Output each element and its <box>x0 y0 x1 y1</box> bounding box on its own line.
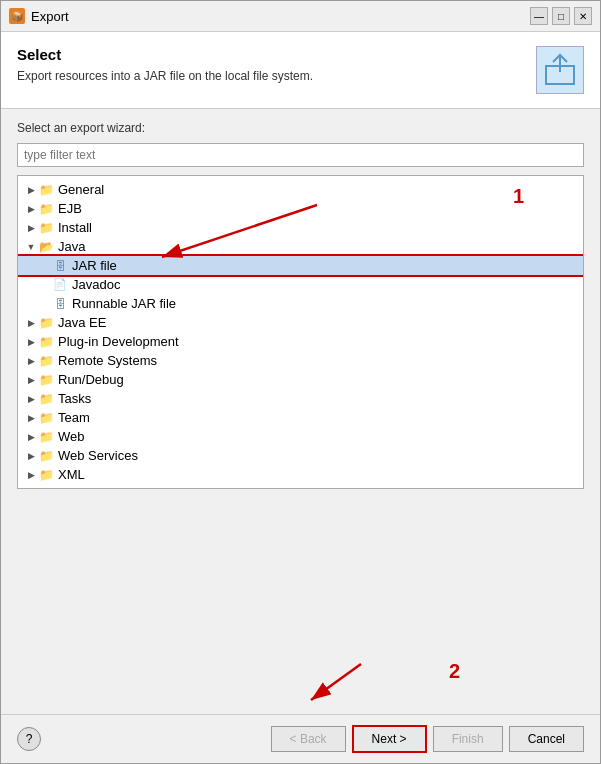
chevron-install: ▶ <box>24 223 38 233</box>
tree-label-xml: XML <box>58 467 85 482</box>
folder-icon-plugin: 📁 <box>38 335 54 349</box>
next-button[interactable]: Next > <box>352 725 427 753</box>
tree-item-java[interactable]: ▼ 📂 Java <box>18 237 583 256</box>
tree-label-javadoc: Javadoc <box>72 277 120 292</box>
title-bar-left: 📦 Export <box>9 8 69 24</box>
svg-line-5 <box>311 664 361 700</box>
tree-item-run-debug[interactable]: ▶ 📁 Run/Debug <box>18 370 583 389</box>
chevron-ejb: ▶ <box>24 204 38 214</box>
tree-label-web: Web <box>58 429 85 444</box>
chevron-java: ▼ <box>24 242 38 252</box>
tree-item-xml[interactable]: ▶ 📁 XML <box>18 465 583 484</box>
chevron-jar <box>38 261 52 271</box>
tree-label-java: Java <box>58 239 85 254</box>
chevron-plugin: ▶ <box>24 337 38 347</box>
tree-label-tasks: Tasks <box>58 391 91 406</box>
folder-icon-xml: 📁 <box>38 468 54 482</box>
folder-icon-tasks: 📁 <box>38 392 54 406</box>
window-icon: 📦 <box>9 8 25 24</box>
back-label: < Back <box>290 732 327 746</box>
page-description: Export resources into a JAR file on the … <box>17 69 313 83</box>
back-button[interactable]: < Back <box>271 726 346 752</box>
annotation-arrow-2 <box>1 654 600 714</box>
tree-item-ejb[interactable]: ▶ 📁 EJB <box>18 199 583 218</box>
chevron-runnable <box>38 299 52 309</box>
cancel-label: Cancel <box>528 732 565 746</box>
chevron-java-ee: ▶ <box>24 318 38 328</box>
folder-icon-web: 📁 <box>38 430 54 444</box>
tree-item-runnable-jar[interactable]: 🗄 Runnable JAR file <box>18 294 583 313</box>
export-svg-icon <box>542 52 578 88</box>
file-icon-jar: 🗄 <box>52 259 68 273</box>
chevron-web-services: ▶ <box>24 451 38 461</box>
tree-item-install[interactable]: ▶ 📁 Install <box>18 218 583 237</box>
tree-label-remote: Remote Systems <box>58 353 157 368</box>
tree-item-javadoc[interactable]: 📄 Javadoc <box>18 275 583 294</box>
tree-label-install: Install <box>58 220 92 235</box>
page-title: Select <box>17 46 313 63</box>
title-bar: 📦 Export — □ ✕ <box>1 1 600 32</box>
folder-icon-web-services: 📁 <box>38 449 54 463</box>
tree-item-jar-file[interactable]: 🗄 JAR file <box>18 256 583 275</box>
bottom-annotation-area: 2 ? < Back Next > Finish Cancel <box>1 654 600 763</box>
tree-label-ejb: EJB <box>58 201 82 216</box>
tree-label-run-debug: Run/Debug <box>58 372 124 387</box>
chevron-tasks: ▶ <box>24 394 38 404</box>
tree-item-general[interactable]: ▶ 📁 General <box>18 180 583 199</box>
tree-item-plugin-dev[interactable]: ▶ 📁 Plug-in Development <box>18 332 583 351</box>
chevron-run-debug: ▶ <box>24 375 38 385</box>
tree-item-remote-systems[interactable]: ▶ 📁 Remote Systems <box>18 351 583 370</box>
help-label: ? <box>26 732 33 746</box>
button-row: ? < Back Next > Finish Cancel <box>17 725 584 753</box>
window-title: Export <box>31 9 69 24</box>
chevron-web: ▶ <box>24 432 38 442</box>
tree-label-general: General <box>58 182 104 197</box>
folder-icon-install: 📁 <box>38 221 54 235</box>
tree-label-java-ee: Java EE <box>58 315 106 330</box>
folder-icon-remote: 📁 <box>38 354 54 368</box>
close-button[interactable]: ✕ <box>574 7 592 25</box>
wizard-label: Select an export wizard: <box>17 121 584 135</box>
finish-button[interactable]: Finish <box>433 726 503 752</box>
tree-item-tasks[interactable]: ▶ 📁 Tasks <box>18 389 583 408</box>
folder-icon-java-ee: 📁 <box>38 316 54 330</box>
tree-container[interactable]: ▶ 📁 General ▶ 📁 EJB ▶ 📁 Install <box>17 175 584 489</box>
folder-icon-java: 📂 <box>38 240 54 254</box>
tree-item-team[interactable]: ▶ 📁 Team <box>18 408 583 427</box>
content-area: Select an export wizard: ▶ 📁 General ▶ 📁… <box>1 109 600 654</box>
tree-item-web-services[interactable]: ▶ 📁 Web Services <box>18 446 583 465</box>
chevron-remote: ▶ <box>24 356 38 366</box>
folder-icon-team: 📁 <box>38 411 54 425</box>
title-controls: — □ ✕ <box>530 7 592 25</box>
tree-label-runnable: Runnable JAR file <box>72 296 176 311</box>
cancel-button[interactable]: Cancel <box>509 726 584 752</box>
chevron-team: ▶ <box>24 413 38 423</box>
export-dialog: 📦 Export — □ ✕ Select Export resources i… <box>0 0 601 764</box>
chevron-javadoc <box>38 280 52 290</box>
tree-item-web[interactable]: ▶ 📁 Web <box>18 427 583 446</box>
chevron-general: ▶ <box>24 185 38 195</box>
tree-label-jar: JAR file <box>72 258 117 273</box>
maximize-button[interactable]: □ <box>552 7 570 25</box>
finish-label: Finish <box>452 732 484 746</box>
tree-wrapper: ▶ 📁 General ▶ 📁 EJB ▶ 📁 Install <box>17 175 584 642</box>
folder-icon-general: 📁 <box>38 183 54 197</box>
header-text: Select Export resources into a JAR file … <box>17 46 313 83</box>
tree-label-team: Team <box>58 410 90 425</box>
annotation-2-label: 2 <box>449 660 460 683</box>
bottom-section: ? < Back Next > Finish Cancel <box>1 714 600 763</box>
file-icon-runnable: 🗄 <box>52 297 68 311</box>
export-icon <box>536 46 584 94</box>
tree-label-web-services: Web Services <box>58 448 138 463</box>
file-icon-javadoc: 📄 <box>52 278 68 292</box>
help-button[interactable]: ? <box>17 727 41 751</box>
header-section: Select Export resources into a JAR file … <box>1 32 600 109</box>
tree-item-java-ee[interactable]: ▶ 📁 Java EE <box>18 313 583 332</box>
annotation-2-area: 2 <box>1 654 600 714</box>
tree-label-plugin: Plug-in Development <box>58 334 179 349</box>
next-label: Next > <box>372 732 407 746</box>
folder-icon-ejb: 📁 <box>38 202 54 216</box>
minimize-button[interactable]: — <box>530 7 548 25</box>
filter-input[interactable] <box>17 143 584 167</box>
folder-icon-run-debug: 📁 <box>38 373 54 387</box>
